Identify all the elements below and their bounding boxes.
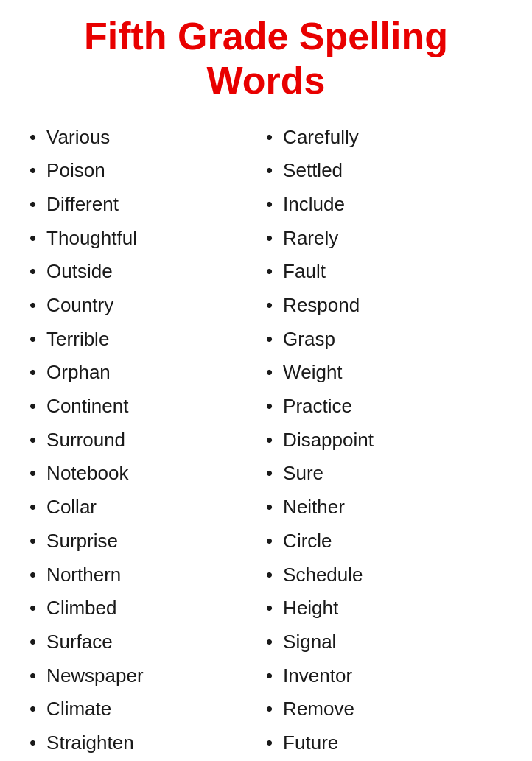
list-item: Settled <box>266 157 503 185</box>
list-item: Climbed <box>29 595 266 623</box>
list-item: Practice <box>266 393 503 421</box>
list-item: Neither <box>266 494 503 522</box>
list-item: Weight <box>266 359 503 387</box>
list-item: Circle <box>266 527 503 555</box>
list-item: Surround <box>29 427 266 455</box>
list-item: Include <box>266 191 503 219</box>
page-container: Fifth Grade Spelling Words VariousPoison… <box>0 0 532 761</box>
list-item: Remove <box>266 695 503 723</box>
list-item: Respond <box>266 292 503 320</box>
list-item: Terrible <box>29 326 266 354</box>
list-item: Various <box>29 124 266 152</box>
list-item: Different <box>29 191 266 219</box>
list-item: Rarely <box>266 225 503 253</box>
left-column: VariousPoisonDifferentThoughtfulOutsideC… <box>29 124 266 761</box>
list-item: Outside <box>29 258 266 286</box>
list-item: Surface <box>29 628 266 656</box>
list-item: Surprise <box>29 527 266 555</box>
list-item: Poison <box>29 157 266 185</box>
list-item: Carefully <box>266 124 503 152</box>
list-item: Climate <box>29 695 266 723</box>
list-item: Straighten <box>29 729 266 757</box>
list-item: Country <box>29 292 266 320</box>
list-item: Inventor <box>266 662 503 690</box>
list-item: Signal <box>266 628 503 656</box>
list-item: Notebook <box>29 460 266 488</box>
words-container: VariousPoisonDifferentThoughtfulOutsideC… <box>29 124 503 761</box>
list-item: Future <box>266 729 503 757</box>
list-item: Thoughtful <box>29 225 266 253</box>
list-item: Height <box>266 595 503 623</box>
list-item: Sure <box>266 460 503 488</box>
list-item: Fault <box>266 258 503 286</box>
list-item: Disappoint <box>266 427 503 455</box>
list-item: Orphan <box>29 359 266 387</box>
list-item: Newspaper <box>29 662 266 690</box>
right-column: CarefullySettledIncludeRarelyFaultRespon… <box>266 124 503 761</box>
list-item: Grasp <box>266 326 503 354</box>
list-item: Schedule <box>266 561 503 589</box>
list-item: Collar <box>29 494 266 522</box>
page-title: Fifth Grade Spelling Words <box>29 15 503 103</box>
list-item: Continent <box>29 393 266 421</box>
list-item: Northern <box>29 561 266 589</box>
